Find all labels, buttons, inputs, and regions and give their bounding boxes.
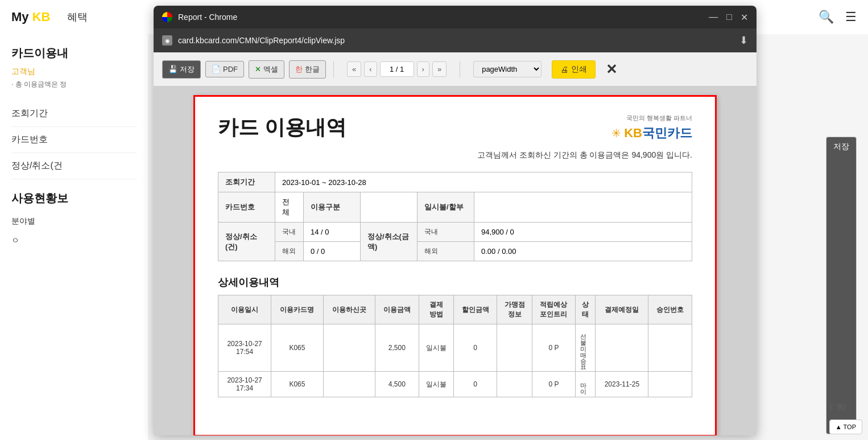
- row2-status: 마이: [576, 372, 596, 397]
- nav-benefits[interactable]: 혜택: [67, 10, 88, 24]
- save-button[interactable]: 💾 저장: [162, 60, 201, 79]
- amount-label: 정상/취소(금액): [361, 223, 418, 261]
- th-payment-date: 결제예정일: [596, 295, 648, 324]
- row1-points: 0 P: [532, 324, 575, 372]
- sidebar: 카드이용내 고객님 · 총 이용금액은 정 조회기간 카드번호 정상/취소(건 …: [0, 34, 148, 440]
- report-close-button[interactable]: ✕: [606, 61, 617, 77]
- toolbar-separator-1: [333, 61, 334, 78]
- excel-label: 엑셀: [263, 64, 278, 75]
- top-button[interactable]: ▲ TOP: [829, 420, 862, 434]
- period-value: 2023-10-01 ~ 2023-10-28: [275, 172, 692, 192]
- domestic-amount-value: 94,900 / 0: [474, 223, 692, 242]
- chrome-title-bar: Report - Chrome — □ ✕: [154, 6, 757, 28]
- sidebar-title-usage-status: 사용현황보: [11, 191, 137, 206]
- installment-label: 일시불/할부: [418, 192, 474, 223]
- search-icon[interactable]: 🔍: [819, 10, 834, 24]
- menu-icon[interactable]: ☰: [845, 10, 857, 24]
- row1-discount: 0: [453, 324, 497, 372]
- excel-icon: ✕: [255, 65, 261, 73]
- info-row-period: 조회기간 2023-10-01 ~ 2023-10-28: [218, 172, 692, 192]
- report-summary: 고객님께서 조회하신 기간의 총 이용금액은 94,900원 입니다.: [218, 150, 692, 161]
- row2-status-text: 마이: [579, 378, 588, 390]
- detail-section-title: 상세이용내역: [218, 275, 692, 289]
- nav-first-button[interactable]: «: [347, 61, 361, 77]
- print-label: 인쇄: [571, 64, 587, 75]
- row2-approval-no: [648, 372, 692, 397]
- usage-type-label: 이용구분: [304, 192, 361, 223]
- info-row-card: 카드번호 전체 이용구분 일시불/할부: [218, 192, 692, 223]
- th-card-name: 이용카드명: [271, 295, 323, 324]
- nav-next-button[interactable]: ›: [417, 61, 429, 77]
- maximize-button[interactable]: □: [726, 12, 732, 23]
- hangeul-icon: 한: [295, 64, 303, 75]
- brand-tagline: 국민의 행복생활 파트너: [611, 114, 692, 122]
- th-points: 적립예상포인트리: [532, 295, 575, 324]
- sidebar-item-cardno[interactable]: 카드번호: [11, 127, 137, 153]
- print-button[interactable]: 🖨 인쇄: [552, 60, 596, 79]
- th-approval-no: 승인번호: [648, 295, 692, 324]
- card-no-value: 전체: [275, 192, 304, 223]
- row2-amount: 4,500: [375, 372, 419, 397]
- download-icon[interactable]: ⬇: [739, 34, 748, 47]
- page-navigation: « ‹ › »: [347, 61, 447, 77]
- hangeul-label: 한글: [305, 64, 320, 75]
- row2-merchant: [323, 372, 375, 397]
- chrome-window: Report - Chrome — □ ✕ ◉ card.kbcard.com/…: [154, 6, 757, 435]
- minimize-button[interactable]: —: [709, 12, 718, 23]
- info-row-normal-cancel: 정상/취소(건) 국내 14 / 0 정상/취소(금액) 국내 94,900 /…: [218, 223, 692, 242]
- nav-prev-button[interactable]: ‹: [364, 61, 377, 77]
- print-icon: 🖨: [560, 65, 568, 74]
- overseas-amount-value: 0.00 / 0.00: [474, 242, 692, 261]
- pdf-button[interactable]: 📄 PDF: [205, 61, 244, 77]
- page-number-input[interactable]: [380, 61, 414, 77]
- save-icon: 💾: [168, 65, 177, 73]
- url-bar[interactable]: card.kbcard.com/CMN/ClipReport4/clipView…: [178, 36, 734, 45]
- report-paper: 카드 이용내역 국민의 행복생활 파트너 ✳ KB국민카드 고객님께서 조회하신…: [193, 95, 717, 435]
- row1-merchant: [323, 324, 375, 372]
- row1-merchant-info: [497, 324, 532, 372]
- th-merchant: 이용하신곳: [323, 295, 375, 324]
- row2-discount: 0: [453, 372, 497, 397]
- row1-card-name: K065: [271, 324, 323, 372]
- normal-cancel-label: 정상/취소(건): [218, 223, 275, 261]
- th-discount: 할인금액: [453, 295, 497, 324]
- sidebar-item-sub[interactable]: ㅇ: [11, 231, 137, 250]
- page-width-select[interactable]: pageWidth: [473, 61, 542, 77]
- table-row: 2023-10-2717:54 K065 2,500 일시불 0 0 P 선불미…: [218, 324, 692, 372]
- domestic-amount-label: 국내: [418, 223, 474, 242]
- brand-logo: ✳ KB국민카드: [611, 125, 692, 142]
- toolbar-separator-2: [460, 61, 460, 78]
- sidebar-customer-link[interactable]: 고객님: [11, 67, 137, 77]
- close-button[interactable]: ✕: [741, 12, 748, 23]
- background-save-button[interactable]: 저장: [826, 137, 857, 434]
- sidebar-item-status[interactable]: 정상/취소(건: [11, 153, 137, 179]
- pdf-icon: 📄: [212, 65, 221, 73]
- domestic-count-label: 국내: [275, 223, 304, 242]
- site-icon: ◉: [162, 35, 172, 46]
- nav-last-button[interactable]: »: [432, 61, 447, 77]
- bottom-note: (: 원): [830, 402, 845, 412]
- overseas-count-value: 0 / 0: [304, 242, 361, 261]
- card-no-label: 카드번호: [218, 192, 275, 223]
- kb-brand: 국민의 행복생활 파트너 ✳ KB국민카드: [611, 114, 692, 142]
- row1-date: 2023-10-2717:54: [218, 324, 271, 372]
- hangeul-button[interactable]: 한 한글: [289, 60, 326, 79]
- period-label: 조회기간: [218, 172, 275, 192]
- kb-logo: My KB: [11, 10, 50, 24]
- sidebar-item-category[interactable]: 분야별: [11, 212, 137, 231]
- overseas-count-label: 해외: [275, 242, 304, 261]
- report-toolbar: 💾 저장 📄 PDF ✕ 엑셀 한 한글 « ‹ › » pageWidth: [154, 52, 757, 87]
- report-content[interactable]: 카드 이용내역 국민의 행복생활 파트너 ✳ KB국민카드 고객님께서 조회하신…: [154, 87, 757, 435]
- row2-pay-method: 일시불: [419, 372, 453, 397]
- sidebar-note: · 총 이용금액은 정: [11, 80, 137, 89]
- row1-status: 선불미매승표: [576, 324, 596, 372]
- chrome-icon: [162, 12, 172, 22]
- logo-my: My: [11, 10, 29, 24]
- th-date: 이용일시: [218, 295, 271, 324]
- row1-pay-method: 일시불: [419, 324, 453, 372]
- report-header: 카드 이용내역 국민의 행복생활 파트너 ✳ KB국민카드: [218, 114, 692, 142]
- excel-button[interactable]: ✕ 엑셀: [249, 60, 284, 79]
- logo-kb: KB: [32, 10, 51, 24]
- sidebar-item-period[interactable]: 조회기간: [11, 101, 137, 127]
- info-table: 조회기간 2023-10-01 ~ 2023-10-28 카드번호 전체 이용구…: [218, 172, 692, 261]
